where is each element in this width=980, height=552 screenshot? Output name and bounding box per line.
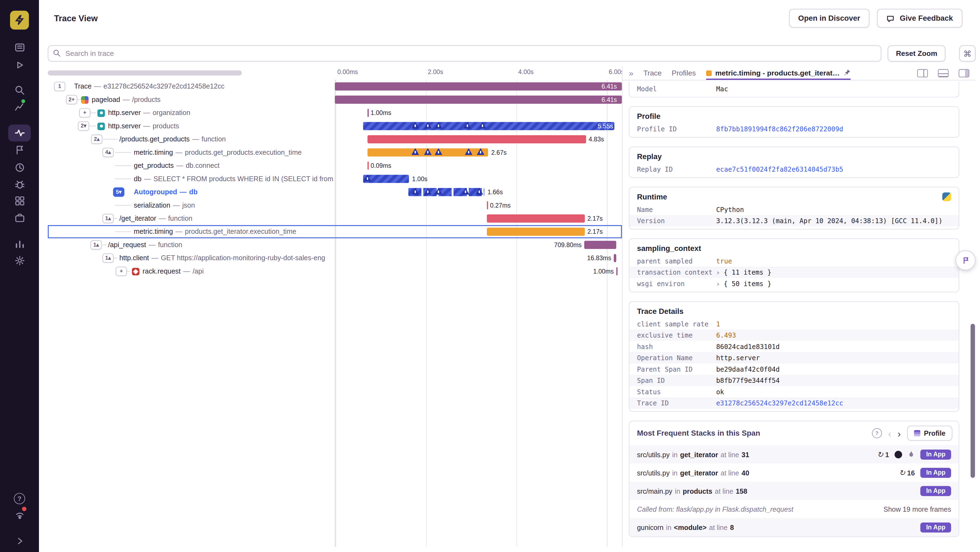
runtime-card: Runtime NameCPython Version3.12.3(3.12.3… [629, 187, 959, 230]
kv-row[interactable]: wsgi_environ{ 50 items } [629, 278, 958, 289]
span-row[interactable]: 2+ pageload—/products 6.41s [48, 93, 622, 106]
span-row[interactable]: 1▴ /api_request—function 709.80ms [48, 238, 622, 252]
feedback-widget-button[interactable] [956, 250, 976, 270]
called-from-row: Called from: flask/app.py in Flask.dispa… [629, 500, 958, 518]
time-tick: 0.00ms [337, 69, 358, 75]
replay-id-link[interactable]: ecae7c51f0024f2fa82e6314045d73b5 [716, 165, 843, 173]
children-count-badge[interactable]: 2▾ [78, 121, 89, 131]
insights-icon[interactable] [14, 238, 25, 249]
span-row[interactable]: 4▴ metric.timing—products.get_products.e… [48, 146, 622, 159]
layout-drawer-bottom-icon[interactable] [938, 69, 948, 77]
children-count-badge[interactable]: 1▴ [102, 214, 114, 223]
span-bar[interactable] [335, 96, 622, 104]
span-bar[interactable] [335, 82, 622, 91]
panel-scrollbar[interactable] [970, 324, 975, 478]
in-app-badge: In App [920, 449, 951, 459]
history-icon[interactable] [14, 161, 25, 173]
trace-id-link[interactable]: e31278c256524c3297e2cd12458e12cc [716, 399, 843, 407]
expand-badge[interactable]: + [116, 266, 127, 276]
profile-button[interactable]: Profile [907, 426, 953, 440]
span-bar[interactable] [487, 214, 585, 223]
children-count-badge[interactable]: 1 [54, 82, 65, 91]
span-bar[interactable] [408, 188, 484, 196]
span-bar[interactable] [363, 122, 614, 130]
give-feedback-button[interactable]: Give Feedback [877, 9, 962, 27]
expand-sidebar-icon[interactable] [14, 535, 25, 547]
span-row[interactable]: + http.server—organization 1.00ms [48, 106, 622, 119]
span-bar[interactable] [368, 161, 369, 170]
tab-profiles[interactable]: Profiles [671, 66, 696, 80]
search-icon[interactable] [14, 84, 25, 96]
help-icon[interactable] [872, 428, 882, 439]
tab-span-details[interactable]: metric.timing - products.get_iterat… [706, 66, 850, 80]
settings-icon[interactable] [14, 255, 25, 266]
search-input[interactable] [48, 45, 881, 62]
span-row-selected[interactable]: metric.timing—products.get_iterator.exec… [48, 225, 622, 238]
stack-frame-row[interactable]: src/utils.pyinget_iteratorat line31 1 In… [629, 445, 958, 463]
span-row[interactable]: 1 Trace—e31278c256524c3297e2cd12458e12cc… [48, 80, 622, 93]
span-row[interactable]: 2▴ /products.get_products—function 4.83s [48, 133, 622, 146]
span-row[interactable]: 1▴ http.client—GET https://application-m… [48, 252, 622, 265]
prev-stack-icon[interactable] [888, 429, 891, 438]
card-title: Trace Details [629, 302, 958, 318]
span-bar[interactable] [368, 109, 369, 117]
github-icon[interactable] [895, 450, 902, 458]
stack-frame-row[interactable]: gunicornin<module>at line8 In App [629, 518, 958, 536]
span-bar[interactable] [487, 201, 488, 209]
kv-row: Statusok [629, 386, 958, 397]
chevron-right-icon[interactable] [716, 280, 720, 287]
time-tick: 4.00s [518, 69, 533, 75]
stack-frame-row[interactable]: src/main.pyinproductsat line158 In App [629, 482, 958, 500]
replays-icon[interactable] [14, 59, 25, 70]
profile-id-link[interactable]: 8fb7bb1891994f8c862f206e8722009d [716, 125, 843, 133]
children-count-badge[interactable]: 1▴ [91, 240, 102, 250]
help-icon[interactable] [14, 493, 25, 504]
span-row[interactable]: get_products—db.connect 0.09ms [48, 159, 622, 172]
bug-icon[interactable] [14, 179, 25, 190]
span-row[interactable]: 1▴ /get_iterator—function 2.17s [48, 212, 622, 225]
open-in-discover-button[interactable]: Open in Discover [789, 9, 869, 27]
pin-tab-icon[interactable] [843, 69, 850, 77]
issues-icon[interactable] [14, 41, 25, 53]
expand-badge[interactable]: + [79, 108, 91, 118]
children-count-badge[interactable]: 2+ [66, 95, 77, 104]
span-row[interactable]: 5▾ Autogrouped—db 1.66s [48, 185, 622, 199]
span-bar[interactable] [616, 267, 618, 276]
kv-row: Trace IDe31278c256524c3297e2cd12458e12cc [629, 397, 958, 409]
components-icon[interactable] [14, 195, 25, 206]
span-row[interactable]: 2▾ http.server—products 5.55s [48, 119, 622, 132]
stack-frame-row[interactable]: src/utils.pyinget_iteratorat line40 16 I… [629, 463, 958, 482]
layout-sidebar-right-icon[interactable] [917, 69, 928, 77]
traces-icon[interactable] [8, 124, 31, 141]
tree-scrollbar[interactable] [48, 70, 242, 75]
children-count-badge[interactable]: 2▴ [91, 135, 103, 144]
layout-drawer-right-icon[interactable] [959, 69, 969, 77]
toolbar: Reset Zoom ⌘ [48, 45, 975, 62]
sentry-logo[interactable] [10, 11, 29, 29]
sidebar [0, 0, 39, 552]
span-bar[interactable] [614, 254, 616, 262]
children-count-badge[interactable]: 1▴ [102, 254, 114, 263]
span-bar[interactable] [584, 241, 616, 249]
projects-icon[interactable] [14, 212, 25, 223]
shortcut-button[interactable]: ⌘ [959, 45, 976, 62]
span-duration: 0.27ms [490, 199, 511, 212]
next-stack-icon[interactable] [897, 429, 901, 438]
span-bar[interactable] [363, 175, 409, 183]
span-row[interactable]: serialization—json 0.27ms [48, 199, 622, 212]
autogroup-badge[interactable]: 5▾ [113, 187, 124, 197]
kv-row[interactable]: transaction_context{ 11 items } [629, 266, 958, 278]
in-app-badge: In App [920, 486, 951, 496]
span-bar[interactable] [368, 135, 586, 143]
releases-icon[interactable] [14, 144, 25, 155]
reset-zoom-button[interactable]: Reset Zoom [888, 45, 945, 62]
tab-trace[interactable]: Trace [644, 66, 662, 80]
show-more-frames-link[interactable]: Show 19 more frames [884, 505, 951, 513]
flamegraph-icon[interactable] [908, 450, 915, 459]
expand-panel-icon[interactable] [629, 69, 633, 77]
span-row[interactable]: db—SELECT * FROM products WHERE id IN (S… [48, 172, 622, 185]
span-row[interactable]: + rack.request—/api 1.00ms [48, 265, 622, 278]
chevron-right-icon[interactable] [716, 269, 720, 276]
children-count-badge[interactable]: 4▴ [102, 148, 114, 157]
span-bar[interactable] [487, 228, 585, 236]
